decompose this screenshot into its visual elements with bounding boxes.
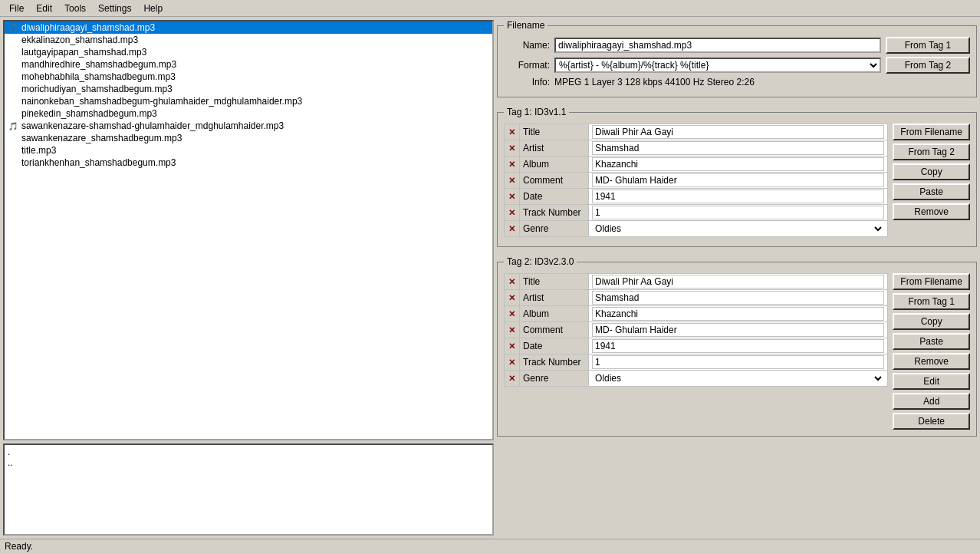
menu-settings[interactable]: Settings <box>92 2 137 15</box>
x-icon[interactable]: ✕ <box>508 374 515 383</box>
x-icon[interactable]: ✕ <box>508 309 515 318</box>
tag2-section: Tag 2: ID3v2.3.0 ✕Title✕Artist✕Album✕Com… <box>497 256 977 437</box>
tag2-table: ✕Title✕Artist✕Album✕Comment✕Date✕Track N… <box>504 273 888 387</box>
log-area: ... <box>3 444 494 536</box>
tag-row: ✕GenreBluesClassic RockCountryDanceDisco… <box>505 371 888 387</box>
file-item[interactable]: 🎵sawankenazare-shamshad-ghulamhaider_mdg… <box>5 120 492 132</box>
tag-field-input[interactable] <box>592 291 884 305</box>
tag-remove-x[interactable]: ✕ <box>505 274 520 290</box>
tag1-from-tag2-button[interactable]: From Tag 2 <box>893 143 970 160</box>
tag-field-input[interactable] <box>592 307 884 321</box>
file-item[interactable]: sawankenazare_shamshadbegum.mp3 <box>5 132 492 144</box>
tag2-remove-button[interactable]: Remove <box>893 353 970 370</box>
tag-field-value[interactable] <box>589 205 888 221</box>
name-input[interactable] <box>554 38 881 53</box>
tag-remove-x[interactable]: ✕ <box>505 354 520 371</box>
file-item[interactable]: ekkalinazon_shamshad.mp3 <box>5 34 492 46</box>
tag-field-input[interactable] <box>592 206 884 219</box>
x-icon[interactable]: ✕ <box>508 208 515 217</box>
tag-field-value[interactable] <box>589 189 888 205</box>
file-item[interactable]: toriankhenhan_shamshadbegum.mp3 <box>5 157 492 169</box>
tag-field-value[interactable] <box>589 124 888 140</box>
tag-field-value[interactable]: BluesClassic RockCountryDanceDiscoFunkGr… <box>589 371 888 387</box>
tag-remove-x[interactable]: ✕ <box>505 189 520 205</box>
tag-field-input[interactable] <box>592 125 884 139</box>
genre-select[interactable]: BluesClassic RockCountryDanceDiscoFunkGr… <box>592 222 884 236</box>
tag-field-input[interactable] <box>592 141 884 155</box>
x-icon[interactable]: ✕ <box>508 341 515 351</box>
tag-field-value[interactable] <box>589 274 888 290</box>
file-list[interactable]: 🎵diwaliphiraagayi_shamshad.mp3ekkalinazo… <box>3 20 494 440</box>
filename-section: Filename Name: From Tag 1 Format: %{arti… <box>497 20 977 97</box>
file-item[interactable]: 🎵diwaliphiraagayi_shamshad.mp3 <box>5 21 492 34</box>
tag2-from-filename-button[interactable]: From Filename <box>893 273 970 290</box>
tag1-copy-button[interactable]: Copy <box>893 163 970 180</box>
x-icon[interactable]: ✕ <box>508 325 515 335</box>
tag-field-input[interactable] <box>592 355 884 369</box>
file-icon-empty <box>8 59 18 70</box>
tag2-edit-button[interactable]: Edit <box>893 373 970 390</box>
menu-tools[interactable]: Tools <box>58 2 92 15</box>
tag1-buttons: From Filename From Tag 2 Copy Paste Remo… <box>893 124 970 220</box>
tag-remove-x[interactable]: ✕ <box>505 221 520 237</box>
tag-field-value[interactable] <box>589 140 888 157</box>
from-tag2-filename-button[interactable]: From Tag 2 <box>886 57 970 74</box>
tag-field-label: Date <box>520 189 589 205</box>
tag2-add-button[interactable]: Add <box>893 393 970 410</box>
tag-remove-x[interactable]: ✕ <box>505 140 520 157</box>
file-item[interactable]: nainonkeban_shamshadbegum-ghulamhaider_m… <box>5 95 492 107</box>
from-tag1-filename-button[interactable]: From Tag 1 <box>886 37 970 54</box>
menu-file[interactable]: File <box>3 2 30 15</box>
tag-field-value[interactable] <box>589 306 888 322</box>
menu-edit[interactable]: Edit <box>30 2 58 15</box>
x-icon[interactable]: ✕ <box>508 293 515 302</box>
tag-field-input[interactable] <box>592 173 884 187</box>
tag1-remove-button[interactable]: Remove <box>893 203 970 220</box>
file-item[interactable]: lautgayipapan_shamshad.mp3 <box>5 46 492 58</box>
x-icon[interactable]: ✕ <box>508 224 515 233</box>
tag-field-value[interactable] <box>589 322 888 338</box>
tag-field-value[interactable] <box>589 338 888 354</box>
tag-field-value[interactable] <box>589 354 888 371</box>
tag2-delete-button[interactable]: Delete <box>893 413 970 430</box>
tag-remove-x[interactable]: ✕ <box>505 338 520 354</box>
tag-field-input[interactable] <box>592 323 884 337</box>
tag-field-value[interactable] <box>589 173 888 189</box>
x-icon[interactable]: ✕ <box>508 277 515 286</box>
tag-row: ✕Comment <box>505 322 888 338</box>
tag2-from-tag1-button[interactable]: From Tag 1 <box>893 293 970 310</box>
tag-field-input[interactable] <box>592 275 884 289</box>
tag-remove-x[interactable]: ✕ <box>505 205 520 221</box>
x-icon[interactable]: ✕ <box>508 176 515 185</box>
tag-field-input[interactable] <box>592 190 884 203</box>
tag-field-value[interactable] <box>589 157 888 173</box>
tag-field-value[interactable]: BluesClassic RockCountryDanceDiscoFunkGr… <box>589 221 888 237</box>
tag-remove-x[interactable]: ✕ <box>505 290 520 306</box>
tag-remove-x[interactable]: ✕ <box>505 371 520 387</box>
x-icon[interactable]: ✕ <box>508 127 515 137</box>
tag1-from-filename-button[interactable]: From Filename <box>893 124 970 140</box>
tag2-copy-button[interactable]: Copy <box>893 313 970 330</box>
file-item[interactable]: morichudiyan_shamshadbegum.mp3 <box>5 83 492 95</box>
x-icon[interactable]: ✕ <box>508 143 515 153</box>
file-item[interactable]: title.mp3 <box>5 144 492 157</box>
genre-select[interactable]: BluesClassic RockCountryDanceDiscoFunkGr… <box>592 371 884 385</box>
tag-field-input[interactable] <box>592 157 884 171</box>
file-item[interactable]: mandhiredhire_shamshadbegum.mp3 <box>5 58 492 71</box>
x-icon[interactable]: ✕ <box>508 358 515 367</box>
file-item[interactable]: pinekedin_shamshadbegum.mp3 <box>5 107 492 120</box>
tag2-paste-button[interactable]: Paste <box>893 333 970 350</box>
tag-remove-x[interactable]: ✕ <box>505 306 520 322</box>
tag-remove-x[interactable]: ✕ <box>505 157 520 173</box>
tag-remove-x[interactable]: ✕ <box>505 322 520 338</box>
format-select[interactable]: %{artist} - %{album}/%{track} %{title} <box>554 58 881 73</box>
tag-remove-x[interactable]: ✕ <box>505 124 520 140</box>
tag1-paste-button[interactable]: Paste <box>893 183 970 200</box>
tag-field-input[interactable] <box>592 339 884 353</box>
x-icon[interactable]: ✕ <box>508 160 515 169</box>
tag-remove-x[interactable]: ✕ <box>505 173 520 189</box>
menu-help[interactable]: Help <box>137 2 169 15</box>
x-icon[interactable]: ✕ <box>508 192 515 201</box>
file-item[interactable]: mohebhabhila_shamshadbegum.mp3 <box>5 71 492 83</box>
tag-field-value[interactable] <box>589 290 888 306</box>
